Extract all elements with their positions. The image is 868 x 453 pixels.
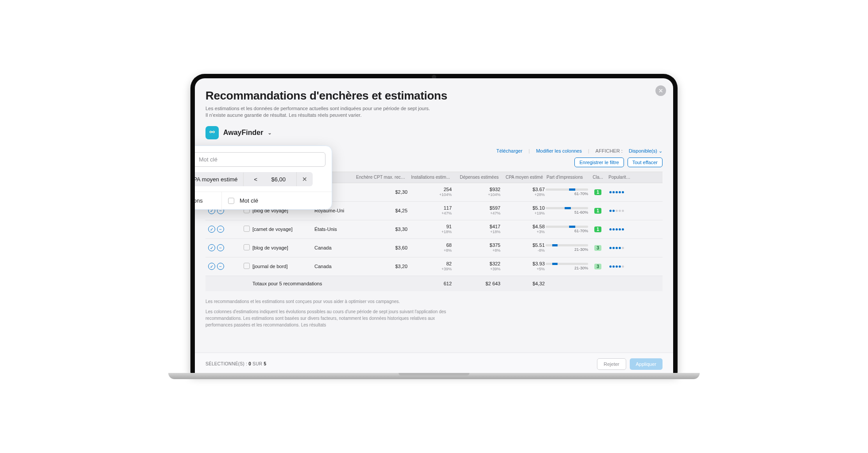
modify-columns-link[interactable]: Modifier les colonnes <box>536 148 581 154</box>
installs-cell: 91+18% <box>407 224 452 234</box>
app-name: AwayFinder <box>223 129 263 137</box>
display-label: AFFICHER : <box>596 148 623 154</box>
cpa-cell: $3.67+28% <box>500 187 545 197</box>
accept-icon[interactable]: ✓ <box>208 263 215 270</box>
close-button[interactable] <box>655 85 666 96</box>
bottom-bar: SÉLECTIONNÉ(S) : 0 SUR 5 Rejeter Appliqu… <box>195 353 673 375</box>
filter-chip[interactable]: CPA moyen estimé < $6,00 ✕ <box>195 172 313 186</box>
installs-cell: 82+39% <box>407 261 452 272</box>
search-input[interactable]: Mot clé <box>195 152 326 167</box>
svg-rect-4 <box>212 131 213 132</box>
reject-icon[interactable]: − <box>217 244 224 251</box>
cpa-cell: $4.58+3% <box>500 224 545 234</box>
row-checkbox[interactable] <box>244 244 250 250</box>
chevron-down-icon: ⌄ <box>267 130 272 136</box>
footnotes: Les recommandations et les estimations s… <box>205 298 453 328</box>
rank-cell: 3 <box>589 245 607 251</box>
svg-point-2 <box>210 131 211 132</box>
page-title: Recommandations d'enchères et estimation… <box>205 89 663 103</box>
bid-cell: $3,30 <box>354 226 407 232</box>
keyword-cell: [blog de voyage] <box>252 245 314 250</box>
chip-operator: < $6,00 <box>243 173 296 186</box>
region-cell: Canada <box>314 245 354 250</box>
keyword-cell: [journal de bord] <box>252 264 314 269</box>
row-checkbox[interactable] <box>244 226 250 232</box>
app-icon <box>205 126 219 139</box>
reject-icon[interactable]: − <box>217 226 224 233</box>
cpa-cell: $3.93+5% <box>500 261 545 272</box>
installs-cell: 254+104% <box>407 187 452 197</box>
table-row: ✓ − [journal de bord] Canada $3,20 82+39… <box>205 257 663 276</box>
reject-button[interactable]: Rejeter <box>597 358 626 370</box>
impression-share-cell: 21-30% <box>545 244 589 252</box>
rank-cell: 1 <box>589 189 607 195</box>
region-cell: Canada <box>314 264 354 269</box>
popularity-cell <box>607 191 633 193</box>
bid-cell: $3,60 <box>354 245 407 250</box>
clear-all-button[interactable]: Tout effacer <box>628 157 663 167</box>
rank-cell: 1 <box>589 226 607 232</box>
page-subtitle: Les estimations et les données de perfor… <box>205 105 663 119</box>
bid-cell: $3,20 <box>354 264 407 269</box>
cpa-cell: $5.51-8% <box>500 242 545 253</box>
bid-cell: $2,30 <box>354 189 407 195</box>
filter-popover: Mot clé CPA moyen estimé < $6,00 ✕ Actio… <box>195 146 332 210</box>
table-row: ✓ − [carnet de voyage] États-Unis $3,30 … <box>205 220 663 239</box>
download-link[interactable]: Télécharger <box>496 148 523 154</box>
impression-share-cell: 61-70% <box>545 226 589 233</box>
popularity-cell <box>607 228 633 230</box>
popularity-cell <box>607 265 633 268</box>
popover-keyword-label: Mot clé <box>240 197 258 204</box>
popularity-cell <box>607 210 633 212</box>
display-dropdown[interactable]: Disponible(s) ⌄ <box>629 148 663 154</box>
accept-icon[interactable]: ✓ <box>208 244 215 251</box>
table-row: ✓ − [blog de voyage] Canada $3,60 68+8% … <box>205 239 663 257</box>
search-placeholder: Mot clé <box>199 156 217 163</box>
installs-cell: 117+47% <box>407 205 452 216</box>
rank-cell: 1 <box>589 208 607 214</box>
selection-count: SÉLECTIONNÉ(S) : 0 SUR 5 <box>205 361 266 366</box>
app-selector[interactable]: AwayFinder ⌄ <box>205 126 663 139</box>
popover-actions-label: Actions <box>195 192 222 209</box>
spend-cell: $375+8% <box>452 242 500 253</box>
chip-remove-button[interactable]: ✕ <box>296 172 313 186</box>
spend-cell: $932+104% <box>452 187 500 197</box>
spend-cell: $597+47% <box>452 205 500 216</box>
row-checkbox[interactable] <box>244 263 250 269</box>
keyword-cell: [carnet de voyage] <box>252 226 314 232</box>
select-all-checkbox[interactable] <box>228 198 234 204</box>
chip-label: CPA moyen estimé <box>195 173 243 186</box>
accept-icon[interactable]: ✓ <box>208 226 215 233</box>
reject-icon[interactable]: − <box>217 263 224 270</box>
spend-cell: $417+18% <box>452 224 500 234</box>
search-icon <box>195 156 195 163</box>
impression-share-cell: 21-30% <box>545 263 589 270</box>
installs-cell: 68+8% <box>407 242 452 253</box>
apply-button[interactable]: Appliquer <box>630 358 663 370</box>
impression-share-cell: 51-60% <box>545 207 589 215</box>
bid-cell: $4,25 <box>354 208 407 213</box>
spend-cell: $322+39% <box>452 261 500 272</box>
svg-point-3 <box>213 131 214 132</box>
popularity-cell <box>607 247 633 249</box>
totals-row: Totaux pour 5 recommandations 612 $2 643… <box>205 276 663 291</box>
cpa-cell: $5.10+19% <box>500 205 545 216</box>
impression-share-cell: 61-70% <box>545 188 589 196</box>
save-filter-button[interactable]: Enregistrer le filtre <box>574 157 624 167</box>
rank-cell: 3 <box>589 264 607 269</box>
region-cell: États-Unis <box>314 226 354 232</box>
